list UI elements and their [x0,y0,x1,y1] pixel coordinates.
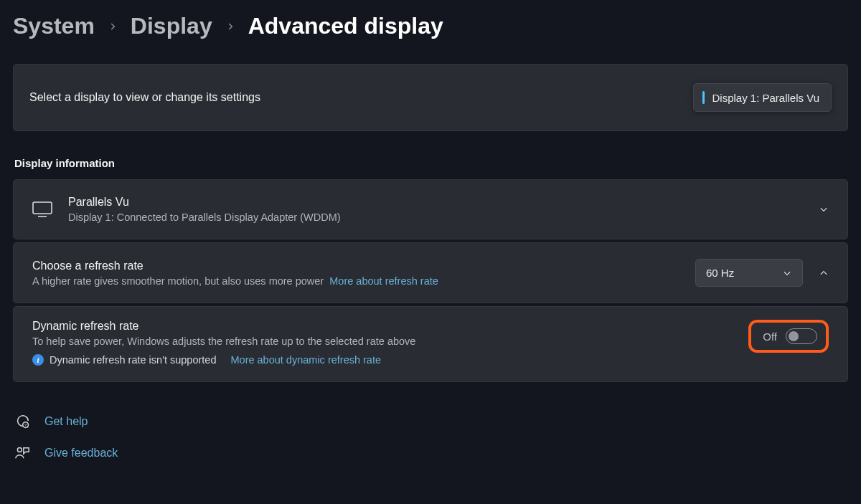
breadcrumb: System Display Advanced display [13,13,848,39]
give-feedback-link[interactable]: Give feedback [14,445,848,461]
chevron-right-icon [225,22,235,32]
drr-toggle-highlight: Off [748,320,829,353]
chevron-down-icon [782,268,792,278]
display-info-sub: Display 1: Connected to Parallels Displa… [68,211,341,223]
breadcrumb-display[interactable]: Display [131,13,212,39]
refresh-rate-sub: A higher rate gives smoother motion, but… [32,275,438,287]
toggle-knob-icon [789,331,799,341]
chevron-up-icon[interactable] [819,268,829,278]
svg-rect-0 [33,202,52,214]
drr-sub: To help save power, Windows adjusts the … [32,336,415,347]
display-select[interactable]: Display 1: Parallels Vu [693,83,832,112]
give-feedback-label: Give feedback [44,447,118,460]
display-info-title: Parallels Vu [68,196,341,209]
page-title: Advanced display [248,13,443,39]
accent-bar-icon [702,91,705,104]
refresh-rate-select[interactable]: 60 Hz [695,259,803,287]
refresh-rate-title: Choose a refresh rate [32,260,438,272]
info-icon: i [32,354,44,366]
footer-links: ? Get help Give feedback [13,414,848,461]
get-help-link[interactable]: ? Get help [14,414,848,429]
monitor-icon [32,201,52,217]
drr-info-text: Dynamic refresh rate isn't supported [50,354,216,366]
drr-toggle-label: Off [763,331,777,343]
chevron-down-icon[interactable] [819,204,829,214]
refresh-rate-value: 60 Hz [706,267,734,279]
get-help-label: Get help [44,415,88,428]
feedback-icon [14,445,30,461]
drr-title: Dynamic refresh rate [32,320,415,333]
chevron-right-icon [108,22,118,32]
breadcrumb-system[interactable]: System [13,13,95,39]
section-display-information: Display information [14,157,848,169]
help-icon: ? [14,414,30,429]
display-select-value: Display 1: Parallels Vu [712,92,819,104]
refresh-rate-sub-text: A higher rate gives smoother motion, but… [32,275,324,287]
drr-more-link[interactable]: More about dynamic refresh rate [230,354,381,366]
display-info-card[interactable]: Parallels Vu Display 1: Connected to Par… [13,179,848,239]
select-display-card: Select a display to view or change its s… [13,64,848,131]
dynamic-refresh-rate-card: Dynamic refresh rate To help save power,… [13,306,848,382]
refresh-rate-card: Choose a refresh rate A higher rate give… [13,242,848,303]
refresh-rate-more-link[interactable]: More about refresh rate [329,275,438,287]
svg-point-4 [17,447,22,452]
drr-toggle[interactable] [786,328,817,344]
select-display-label: Select a display to view or change its s… [29,91,260,104]
